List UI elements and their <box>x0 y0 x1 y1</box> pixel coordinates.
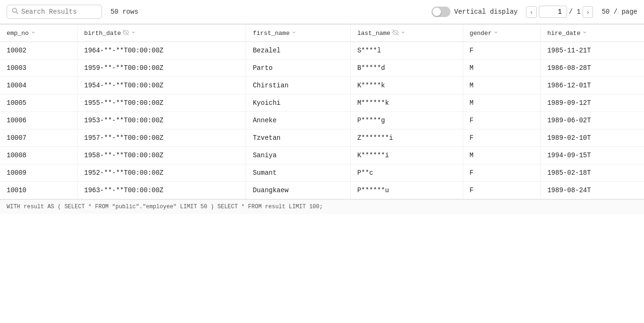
cell-hire_date: 1989-02-10T <box>541 129 644 147</box>
search-box[interactable] <box>7 5 102 19</box>
th-label-last_name: last_name <box>357 30 390 37</box>
toggle-thumb <box>432 8 441 16</box>
cell-last_name: K*****k <box>350 77 463 94</box>
cell-emp_no: 10002 <box>0 42 77 60</box>
vertical-display-label: Vertical display <box>454 8 517 16</box>
th-first_name[interactable]: first_name <box>246 25 350 42</box>
cell-first_name: Tzvetan <box>246 129 350 147</box>
table-row[interactable]: 100041954-**-**T00:00:00ZChirstianK*****… <box>0 77 644 94</box>
cell-last_name: Z*******i <box>350 129 463 147</box>
toggle-track[interactable] <box>432 7 450 17</box>
cell-birth_date: 1953-**-**T00:00:00Z <box>77 112 246 129</box>
cell-birth_date: 1954-**-**T00:00:00Z <box>77 77 246 94</box>
vertical-display-toggle[interactable]: Vertical display <box>432 7 517 17</box>
cell-last_name: P******u <box>350 182 463 199</box>
svg-point-0 <box>12 8 17 12</box>
cell-emp_no: 10004 <box>0 77 77 94</box>
cell-emp_no: 10009 <box>0 164 77 182</box>
row-count: 50 rows <box>110 8 138 16</box>
page-number-input[interactable] <box>539 6 567 18</box>
cell-last_name: M******k <box>350 94 463 112</box>
cell-hire_date: 1986-08-28T <box>541 60 644 77</box>
th-birth_date[interactable]: birth_date <box>77 25 246 42</box>
cell-birth_date: 1963-**-**T00:00:00Z <box>77 182 246 199</box>
page-total: / 1 <box>569 8 581 16</box>
cell-hire_date: 1989-09-12T <box>541 94 644 112</box>
cell-hire_date: 1985-11-21T <box>541 42 644 60</box>
th-label-hire_date: hire_date <box>547 30 580 37</box>
cell-gender: F <box>463 112 541 129</box>
cell-first_name: Kyoichi <box>246 94 350 112</box>
table-wrapper: emp_nobirth_datefirst_namelast_namegende… <box>0 24 644 199</box>
cell-first_name: Duangkaew <box>246 182 350 199</box>
cell-emp_no: 10006 <box>0 112 77 129</box>
next-page-button[interactable]: › <box>583 6 593 18</box>
table-row[interactable]: 100081958-**-**T00:00:00ZSaniyaK******iM… <box>0 147 644 164</box>
cell-emp_no: 10010 <box>0 182 77 199</box>
cell-last_name: B*****d <box>350 60 463 77</box>
cell-hire_date: 1985-02-18T <box>541 164 644 182</box>
hidden-icon-birth_date <box>123 29 129 37</box>
cell-birth_date: 1952-**-**T00:00:00Z <box>77 164 246 182</box>
th-label-gender: gender <box>470 30 492 37</box>
cell-gender: F <box>463 129 541 147</box>
toolbar: 50 rows Vertical display ‹ / 1 › 50 / pa… <box>0 0 644 24</box>
table-row[interactable]: 100071957-**-**T00:00:00ZTzvetanZ*******… <box>0 129 644 147</box>
footer-sql: WITH result AS ( SELECT * FROM "public".… <box>0 199 644 214</box>
cell-birth_date: 1957-**-**T00:00:00Z <box>77 129 246 147</box>
cell-hire_date: 1989-08-24T <box>541 182 644 199</box>
pagination: ‹ / 1 › <box>526 6 593 18</box>
cell-gender: M <box>463 147 541 164</box>
cell-first_name: Saniya <box>246 147 350 164</box>
table-row[interactable]: 100061953-**-**T00:00:00ZAnnekeP*****gF1… <box>0 112 644 129</box>
table-row[interactable]: 100091952-**-**T00:00:00ZSumantP**cF1985… <box>0 164 644 182</box>
sort-icon-last_name[interactable] <box>400 30 406 36</box>
cell-first_name: Bezalel <box>246 42 350 60</box>
cell-emp_no: 10003 <box>0 60 77 77</box>
th-last_name[interactable]: last_name <box>350 25 463 42</box>
prev-page-button[interactable]: ‹ <box>526 6 536 18</box>
th-label-birth_date: birth_date <box>84 30 121 37</box>
cell-first_name: Parto <box>246 60 350 77</box>
cell-hire_date: 1989-06-02T <box>541 112 644 129</box>
cell-hire_date: 1994-09-15T <box>541 147 644 164</box>
th-label-first_name: first_name <box>253 30 289 37</box>
cell-gender: F <box>463 164 541 182</box>
search-icon <box>12 8 18 16</box>
table-row[interactable]: 100031959-**-**T00:00:00ZPartoB*****dM19… <box>0 60 644 77</box>
cell-birth_date: 1958-**-**T00:00:00Z <box>77 147 246 164</box>
th-gender[interactable]: gender <box>463 25 541 42</box>
cell-gender: M <box>463 77 541 94</box>
results-table: emp_nobirth_datefirst_namelast_namegende… <box>0 24 644 199</box>
sort-icon-birth_date[interactable] <box>131 30 136 36</box>
search-input[interactable] <box>21 8 97 16</box>
table-row[interactable]: 100101963-**-**T00:00:00ZDuangkaewP*****… <box>0 182 644 199</box>
cell-hire_date: 1986-12-01T <box>541 77 644 94</box>
sort-icon-hire_date[interactable] <box>582 30 587 36</box>
sort-icon-first_name[interactable] <box>291 30 297 36</box>
table-header-row: emp_nobirth_datefirst_namelast_namegende… <box>0 25 644 42</box>
cell-first_name: Chirstian <box>246 77 350 94</box>
th-emp_no[interactable]: emp_no <box>0 25 77 42</box>
cell-gender: M <box>463 60 541 77</box>
cell-emp_no: 10008 <box>0 147 77 164</box>
cell-emp_no: 10005 <box>0 94 77 112</box>
cell-last_name: P**c <box>350 164 463 182</box>
sort-icon-emp_no[interactable] <box>31 30 36 36</box>
hidden-icon-last_name <box>392 29 398 37</box>
cell-first_name: Sumant <box>246 164 350 182</box>
cell-gender: M <box>463 94 541 112</box>
cell-last_name: K******i <box>350 147 463 164</box>
cell-birth_date: 1959-**-**T00:00:00Z <box>77 60 246 77</box>
sort-icon-gender[interactable] <box>493 30 499 36</box>
cell-birth_date: 1955-**-**T00:00:00Z <box>77 94 246 112</box>
th-label-emp_no: emp_no <box>7 30 29 37</box>
cell-last_name: P*****g <box>350 112 463 129</box>
per-page-selector[interactable]: 50 / page <box>602 8 637 16</box>
cell-gender: F <box>463 182 541 199</box>
svg-line-1 <box>16 12 18 14</box>
table-row[interactable]: 100021964-**-**T00:00:00ZBezalelS****lF1… <box>0 42 644 60</box>
th-hire_date[interactable]: hire_date <box>541 25 644 42</box>
cell-first_name: Anneke <box>246 112 350 129</box>
table-row[interactable]: 100051955-**-**T00:00:00ZKyoichiM******k… <box>0 94 644 112</box>
